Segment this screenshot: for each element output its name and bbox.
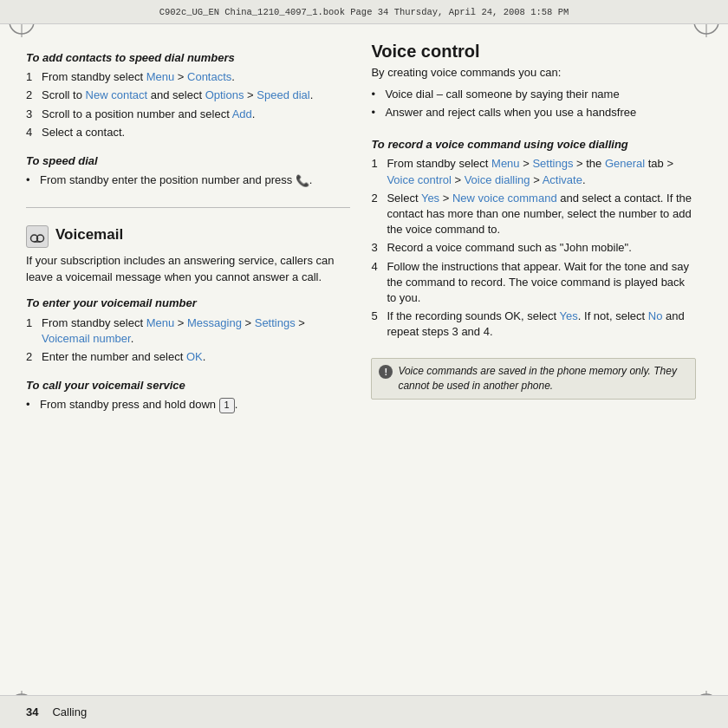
add-link: Add [232,107,252,120]
speed-dial-bullet: From standby enter the position number a… [26,172,350,189]
yes-link-1: Yes [421,192,439,205]
voicemail-icon [26,225,49,248]
record-voice-heading: To record a voice command using voice di… [371,137,695,153]
speed-dial-steps: 1 From standby select Menu > Contacts. 2… [26,69,350,143]
settings-link-vm: Settings [255,316,296,329]
contacts-link: Contacts [187,70,231,83]
note-icon: ! [379,365,393,379]
speed-dial-step-2: 2 Scroll to New contact and select Optio… [26,88,350,103]
activate-link: Activate [543,173,582,186]
no-link: No [648,309,663,322]
record-voice-step-5: 5 If the recording sounds OK, select Yes… [371,309,695,340]
note-box: ! Voice commands are saved in the phone … [371,358,695,400]
speed-dial-step-3: 3 Scroll to a position number and select… [26,107,350,122]
yes-link-2: Yes [560,309,578,322]
options-link: Options [205,88,244,101]
new-contact-link: New contact [86,88,148,101]
right-column: Voice control By creating voice commands… [371,42,695,686]
call-voicemail-bullet: From standby press and hold down 1. [26,397,350,413]
speed-dial-heading: To add contacts to speed dial numbers [26,50,350,66]
voice-dialling-link: Voice dialling [465,173,530,186]
record-voice-step-3: 3 Record a voice command such as "John m… [371,240,695,256]
record-voice-step-1: 1 From standby select Menu > Settings > … [371,156,695,187]
enter-voicemail-heading: To enter your voicemail number [26,296,350,311]
left-column: To add contacts to speed dial numbers 1 … [26,42,350,686]
voice-control-link: Voice control [387,173,451,186]
voicemail-title: Voicemail [55,225,123,244]
speed-dial-sub-heading: To speed dial [26,153,350,169]
call-voicemail-bullets: From standby press and hold down 1. [26,397,350,416]
enter-voicemail-steps: 1 From standby select Menu > Messaging >… [26,315,350,368]
messaging-link: Messaging [187,316,242,329]
menu-link-vm: Menu [146,316,175,329]
handset-icon: 📞 [296,173,309,189]
voice-control-title: Voice control [371,42,695,62]
voice-control-bullets: Voice dial – call someone by saying thei… [371,87,695,123]
record-voice-step-2: 2 Select Yes > New voice command and sel… [371,191,695,238]
speed-dial-bullet-list: From standby enter the position number a… [26,172,350,192]
voicemail-desc: If your subscription includes an answeri… [26,253,350,286]
divider-1 [26,207,350,208]
note-text: Voice commands are saved in the phone me… [398,364,687,393]
footer-bar: 34 Calling [0,695,728,728]
general-tab-link: General [605,157,645,170]
ok-link: OK [186,350,203,363]
enter-voicemail-step-1: 1 From standby select Menu > Messaging >… [26,315,350,347]
record-voice-steps: 1 From standby select Menu > Settings > … [371,156,695,342]
page-number: 34 [26,705,38,718]
menu-link-1: Menu [146,70,175,83]
footer-section: Calling [52,705,87,718]
voicemail-number-link: Voicemail number [42,332,131,345]
header-bar: C902c_UG_EN China_1210_4097_1.book Page … [0,0,728,24]
enter-voicemail-step-2: 2 Enter the number and select OK. [26,349,350,365]
page-content: To add contacts to speed dial numbers 1 … [0,24,728,695]
speed-dial-step-4: 4 Select a contact. [26,125,350,140]
key-1-icon: 1 [219,398,235,413]
voice-control-desc: By creating voice commands you can: [371,65,695,81]
call-voicemail-heading: To call your voicemail service [26,378,350,393]
voice-bullet-2: Answer and reject calls when you use a h… [371,105,695,120]
voice-bullet-1: Voice dial – call someone by saying thei… [371,87,695,102]
record-voice-step-4: 4 Follow the instructions that appear. W… [371,259,695,307]
settings-link-vc: Settings [532,157,573,170]
voicemail-section: Voicemail [26,225,350,248]
header-text: C902c_UG_EN China_1210_4097_1.book Page … [159,7,569,17]
new-voice-command-link: New voice command [452,192,557,205]
speed-dial-step-1: 1 From standby select Menu > Contacts. [26,69,350,85]
menu-link-vc: Menu [491,157,520,170]
speed-dial-link: Speed dial [257,88,309,101]
